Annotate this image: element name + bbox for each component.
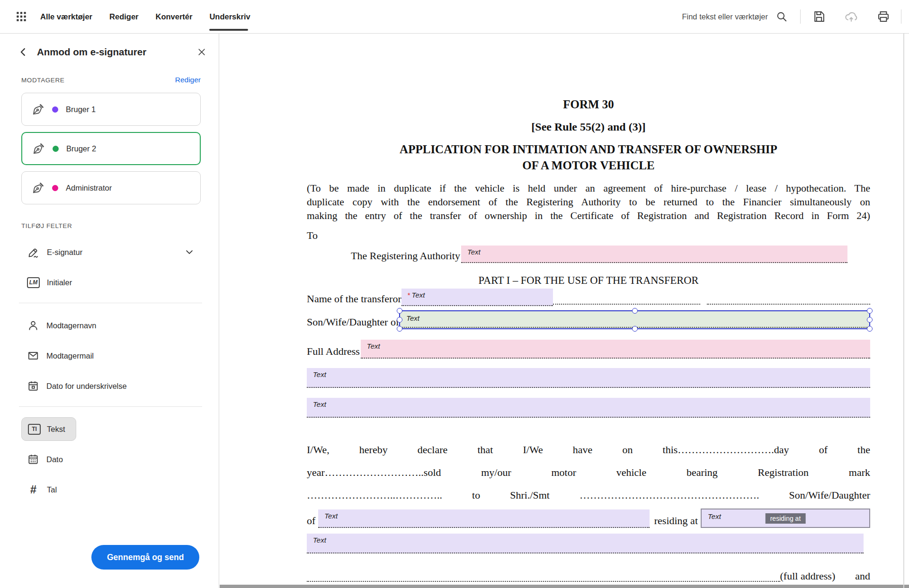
initials-icon: LM bbox=[27, 277, 40, 288]
field-tool-number[interactable]: # Tal bbox=[27, 482, 194, 498]
text-field-residing-at[interactable]: Text residing at bbox=[701, 509, 870, 528]
text-field-full-address[interactable]: Text bbox=[361, 340, 870, 359]
resize-handle[interactable] bbox=[397, 317, 402, 323]
field-label: Text bbox=[467, 248, 481, 256]
required-marker: * bbox=[408, 291, 410, 299]
save-icon[interactable] bbox=[811, 9, 827, 25]
name-of-transferor-row: Name of the transferor *Text bbox=[307, 289, 870, 306]
hash-icon: # bbox=[27, 483, 40, 496]
divider bbox=[19, 303, 202, 303]
full-address-suffix-row: (full address) and bbox=[307, 569, 870, 583]
field-tool-label: Tekst bbox=[47, 425, 65, 434]
panel-title: Anmod om e-signaturer bbox=[37, 46, 146, 58]
field-tool-recipient-email[interactable]: Modtagermail bbox=[27, 348, 194, 364]
field-tool-label: Modtagernavn bbox=[46, 321, 97, 330]
text-field-address-line1[interactable]: Text bbox=[307, 368, 870, 388]
full-address-label: Full Address bbox=[307, 345, 360, 359]
resize-handle[interactable] bbox=[867, 326, 873, 332]
menu-convert[interactable]: Konvertér bbox=[149, 0, 198, 33]
doc-heading-line2: OF A MOTOR VEHICLE bbox=[307, 159, 870, 172]
app-window: Alle værktøjer Rediger Konvertér Undersk… bbox=[0, 0, 909, 588]
doc-intro-line: (To be made in duplicate if the vehicle … bbox=[307, 182, 870, 195]
field-tool-esignature[interactable]: E-signatur bbox=[27, 244, 194, 260]
declaration-line: year………………………..sold my/our motor vehicle… bbox=[307, 461, 870, 484]
text-field-address-line3[interactable]: Text bbox=[307, 534, 864, 553]
dotted-leader bbox=[307, 569, 780, 582]
text-field-registering-authority[interactable]: Text bbox=[461, 246, 847, 263]
resize-handle[interactable] bbox=[867, 317, 873, 323]
menu-edit[interactable]: Rediger bbox=[103, 0, 144, 33]
field-tool-text-selected[interactable]: TI Tekst bbox=[21, 417, 76, 441]
doc-to-label: To bbox=[307, 229, 870, 242]
field-tool-label: Dato for underskrivelse bbox=[46, 382, 127, 391]
doc-intro-line: making the entry of the transfer of owne… bbox=[307, 209, 870, 223]
resize-handle[interactable] bbox=[632, 308, 638, 314]
menu-all-tools[interactable]: Alle værktøjer bbox=[34, 0, 98, 33]
resize-handle[interactable] bbox=[632, 326, 638, 332]
son-wife-daughter-row: Son/Wife/Daughter of Text bbox=[307, 310, 870, 329]
recipient-list: Bruger 1 Bruger 2 bbox=[0, 84, 219, 204]
recipients-header-row: MODTAGERE Rediger bbox=[0, 58, 219, 84]
resize-handle[interactable] bbox=[397, 326, 402, 332]
esign-panel: Anmod om e-signaturer MODTAGERE Rediger bbox=[0, 34, 219, 588]
all-tools-grid-icon[interactable] bbox=[13, 9, 29, 25]
toolbar-divider bbox=[901, 9, 901, 24]
edit-recipients-link[interactable]: Rediger bbox=[175, 76, 201, 84]
field-tool-label: Dato bbox=[46, 455, 63, 464]
document-viewport: FORM 30 [See Rule 55(2) and (3)] APPLICA… bbox=[220, 34, 909, 588]
calendar-icon bbox=[27, 380, 39, 392]
son-wife-daughter-label: Son/Wife/Daughter of bbox=[307, 316, 399, 329]
field-label: Text bbox=[324, 512, 338, 520]
doc-intro-line: duplicate copy with the endorsement of t… bbox=[307, 195, 870, 209]
text-field-address-line2[interactable]: Text bbox=[307, 398, 870, 418]
page-bottom-edge bbox=[220, 585, 909, 588]
of-label: of bbox=[307, 515, 315, 528]
back-chevron-icon[interactable] bbox=[18, 47, 28, 57]
field-tool-date-signed[interactable]: Dato for underskrivelse bbox=[27, 378, 194, 394]
field-tool-initials[interactable]: LM Initialer bbox=[27, 274, 194, 290]
field-tool-label: Modtagermail bbox=[46, 351, 94, 360]
field-label: Text bbox=[313, 536, 326, 544]
text-field-selected[interactable]: Text bbox=[399, 310, 870, 329]
part1-heading: PART I – FOR THE USE OF THE TRANSFEROR bbox=[307, 274, 870, 287]
doc-title: FORM 30 bbox=[307, 98, 870, 111]
cloud-upload-icon[interactable] bbox=[843, 9, 859, 25]
registering-authority-label: The Registering Authority bbox=[351, 250, 460, 263]
calendar-dots-icon bbox=[27, 453, 39, 465]
review-and-send-button[interactable]: Gennemgå og send bbox=[91, 545, 199, 570]
field-name-chip: residing at bbox=[766, 513, 806, 524]
field-tool-date[interactable]: Dato bbox=[27, 451, 194, 467]
dotted-leader bbox=[553, 291, 700, 305]
recipient-name: Administrator bbox=[66, 184, 112, 193]
registering-authority-row: The Registering Authority Text bbox=[307, 246, 847, 263]
recipient-color-dot bbox=[53, 146, 59, 152]
field-tool-recipient-name[interactable]: Modtagernavn bbox=[27, 317, 194, 333]
field-tool-label: Initialer bbox=[47, 278, 72, 287]
pdf-page: FORM 30 [See Rule 55(2) and (3)] APPLICA… bbox=[307, 34, 870, 588]
recipient-name: Bruger 1 bbox=[66, 105, 96, 114]
recipient-card-bruger1[interactable]: Bruger 1 bbox=[21, 93, 201, 126]
close-icon[interactable] bbox=[197, 47, 206, 57]
field-tool-label: Tal bbox=[47, 485, 57, 494]
text-field-of[interactable]: Text bbox=[318, 509, 649, 528]
doc-intro-paragraph: (To be made in duplicate if the vehicle … bbox=[307, 182, 870, 223]
pen-nib-icon bbox=[31, 181, 45, 195]
panel-header: Anmod om e-signaturer bbox=[0, 34, 219, 58]
recipient-card-administrator[interactable]: Administrator bbox=[21, 171, 201, 204]
recipient-card-bruger2-selected[interactable]: Bruger 2 bbox=[21, 132, 201, 165]
find-tools-search[interactable]: Find tekst eller værktøjer bbox=[682, 10, 788, 23]
chevron-down-icon[interactable] bbox=[185, 247, 194, 257]
person-icon bbox=[27, 319, 39, 332]
field-label: Text bbox=[412, 291, 425, 299]
resize-handle[interactable] bbox=[867, 308, 873, 314]
print-icon[interactable] bbox=[875, 9, 891, 25]
text-field-icon: TI bbox=[28, 424, 41, 435]
text-field-name-required[interactable]: *Text bbox=[401, 289, 553, 306]
resize-handle[interactable] bbox=[397, 308, 402, 314]
menu-sign-active-tab[interactable]: Underskriv bbox=[203, 0, 256, 33]
doc-subtitle-rule: [See Rule 55(2) and (3)] bbox=[307, 121, 870, 133]
pen-nib-icon bbox=[31, 103, 45, 116]
declaration-paragraph: I/We, hereby declare that I/We have on t… bbox=[307, 439, 870, 507]
full-address-row: Full Address Text bbox=[307, 340, 870, 359]
recipients-header: MODTAGERE bbox=[21, 77, 64, 84]
